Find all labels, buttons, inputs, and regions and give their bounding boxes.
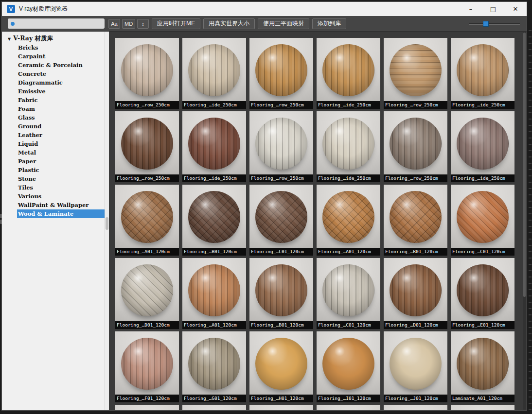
sidebar-item-tiles[interactable]: Tiles [17,183,105,192]
material-tile[interactable]: Flooring_…B01_120cm [384,185,447,256]
material-tile[interactable]: Flooring_…A01_120cm [115,185,179,256]
material-sphere [121,191,173,243]
material-label: Flooring_…D01_120cm [115,321,179,329]
material-tile[interactable]: Flooring_…A01_120cm [182,258,246,329]
triplanar-mapping-button[interactable]: 使用三平面映射 [258,18,309,29]
material-sphere [188,44,240,96]
sidebar-item-fabric[interactable]: Fabric [17,96,105,104]
vray-material-browser-window: V V-ray材质库浏览器 – □ ✕ Aa MD ↕ 应用时打开ME 用真实世… [1,1,527,411]
material-label: Laminate_A01_120cm [451,395,514,402]
material-tile[interactable]: Flooring_…F01_120cm [115,331,179,402]
material-preview [317,185,380,248]
sidebar-item-metal[interactable]: Metal [17,148,105,157]
sidebar-item-diagrammatic[interactable]: Diagrammatic [17,78,105,87]
real-world-size-button[interactable]: 用真实世界大小 [203,18,255,29]
sidebar-item-concrete[interactable]: Concrete [17,69,105,78]
sidebar-root[interactable]: ▼ V-Ray 材质库 [2,34,105,43]
material-tile[interactable]: Flooring_…B01_120cm [249,258,313,329]
sidebar-item-ceramic-porcelain[interactable]: Ceramic & Porcelain [17,61,105,69]
sidebar-item-liquid[interactable]: Liquid [17,139,105,148]
material-tile[interactable]: Flooring_…ide_250cm [182,111,246,182]
add-to-library-button[interactable]: 添加到库 [312,18,346,29]
slider-handle[interactable] [483,21,489,27]
material-sphere [255,264,307,316]
material-tile[interactable]: Flooring_…C01_120cm [451,185,514,256]
open-material-editor-button[interactable]: 应用时打开ME [152,18,200,29]
material-tile[interactable]: Laminate_A01_120cm [451,331,514,402]
sidebar-item-various[interactable]: Various [17,192,105,201]
material-tile[interactable]: Flooring_…C01_120cm [317,258,380,329]
material-tile[interactable] [317,405,380,410]
search-box[interactable] [8,18,105,29]
material-tile[interactable]: Flooring_…B01_120cm [182,185,246,256]
material-tile[interactable] [451,405,514,410]
material-tile[interactable]: Flooring_…I01_120cm [317,331,380,402]
md-filter-button[interactable]: MD [122,19,135,29]
material-preview [182,111,246,174]
preview-size-slider[interactable] [469,19,520,29]
sidebar-item-glass[interactable]: Glass [17,113,105,122]
material-tile[interactable]: Flooring_…D01_120cm [384,258,447,329]
material-tile[interactable] [115,405,179,410]
sort-button[interactable]: ↕ [137,19,149,29]
material-tile[interactable]: Flooring_…ide_250cm [317,111,380,182]
material-tile[interactable]: Flooring_…row_250cm [384,111,447,182]
material-tile[interactable]: Flooring_…ide_250cm [451,111,514,182]
sidebar-item-paper[interactable]: Paper [17,157,105,166]
material-tile[interactable]: Flooring_…D01_120cm [115,258,179,329]
material-tile[interactable] [384,405,447,410]
material-tile[interactable]: Flooring_…E01_120cm [451,258,514,329]
material-preview [384,258,447,321]
material-tile[interactable] [182,405,246,410]
material-preview [115,111,179,174]
sidebar-item-foam[interactable]: Foam [17,104,105,113]
sidebar-item-wallpaint-wallpaper[interactable]: WallPaint & Wallpaper [17,201,105,209]
titlebar[interactable]: V V-ray材质库浏览器 – □ ✕ [2,2,527,16]
material-tile[interactable]: Flooring_…ide_250cm [317,38,380,109]
sidebar-item-ground[interactable]: Ground [17,122,105,131]
material-tile[interactable] [249,405,313,410]
sidebar-item-label: Wood & Laminate [18,210,73,217]
material-tile[interactable]: Flooring_…row_250cm [115,38,179,109]
material-tile[interactable]: Flooring_…ide_250cm [182,38,246,109]
sidebar-item-plastic[interactable]: Plastic [17,166,105,174]
sidebar-scrollbar-thumb[interactable] [106,217,108,230]
material-sphere [390,118,442,170]
sidebar-item-leather[interactable]: Leather [17,131,105,139]
grid-scrollbar[interactable] [523,32,526,410]
material-tile[interactable]: Flooring_…row_250cm [115,111,179,182]
material-label: Flooring_…row_250cm [115,101,179,109]
sidebar-item-carpaint[interactable]: Carpaint [17,52,105,61]
sidebar-scrollbar[interactable] [105,32,109,410]
material-tile[interactable]: Flooring_…H01_120cm [249,331,313,402]
material-preview [451,185,514,248]
sidebar-item-bricks[interactable]: Bricks [17,43,105,52]
search-icon [11,22,15,26]
material-preview [115,258,179,321]
collapse-caret-icon[interactable]: ▼ [8,36,11,41]
material-tile[interactable]: Flooring_…row_250cm [249,38,313,109]
material-tile[interactable]: Flooring_…ide_250cm [451,38,514,109]
sidebar-item-stone[interactable]: Stone [17,174,105,183]
maximize-button[interactable]: □ [482,2,504,16]
material-label: Flooring_…E01_120cm [451,321,514,329]
match-case-button[interactable]: Aa [108,19,120,29]
material-tile[interactable]: Flooring_…J01_120cm [384,331,447,402]
close-button[interactable]: ✕ [504,2,527,16]
material-tile[interactable]: Flooring_…row_250cm [249,111,313,182]
material-label: Flooring_…ide_250cm [451,174,514,182]
material-preview [249,258,313,321]
material-label: Flooring_…B01_120cm [249,321,313,329]
material-tile[interactable]: Flooring_…G01_120cm [182,331,246,402]
grid-scrollbar-thumb[interactable] [523,33,526,297]
material-preview [115,331,179,395]
material-tile[interactable]: Flooring_…C01_120cm [249,185,313,256]
search-input[interactable] [18,21,102,27]
minimize-button[interactable]: – [460,2,482,16]
material-sphere [390,44,442,96]
sidebar-item-emissive[interactable]: Emissive [17,87,105,96]
material-sphere [390,191,442,243]
sidebar-item-wood-laminate[interactable]: Wood & Laminate [17,209,105,218]
material-tile[interactable]: Flooring_…row_250cm [384,38,447,109]
material-tile[interactable]: Flooring_…A01_120cm [317,185,380,256]
